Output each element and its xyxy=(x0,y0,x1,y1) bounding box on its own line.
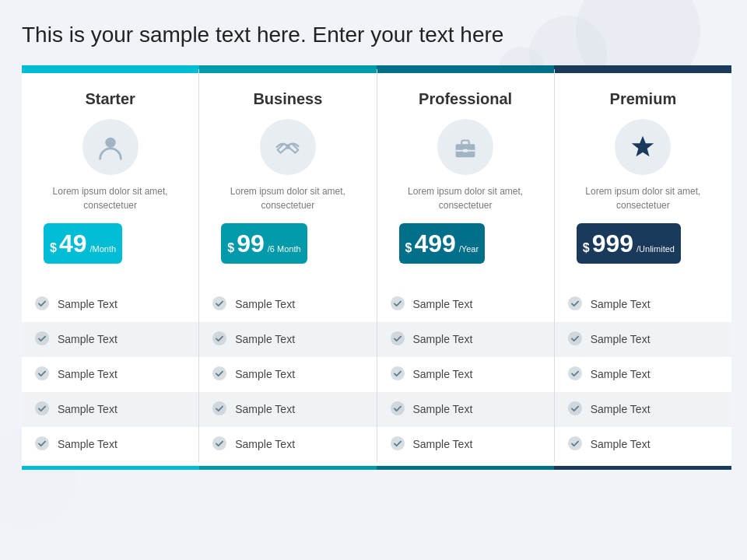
feature-text: Sample Text xyxy=(58,333,117,345)
check-icon xyxy=(212,366,227,383)
price-amount: 49 xyxy=(59,231,87,256)
plan-icon-starter xyxy=(82,119,139,175)
check-icon xyxy=(34,296,50,313)
price-symbol: $ xyxy=(50,241,57,255)
svg-point-21 xyxy=(568,296,582,310)
svg-point-15 xyxy=(390,296,404,310)
svg-point-19 xyxy=(390,436,404,450)
plan-desc-premium: Lorem ipsum dolor sit amet, consectetuer xyxy=(567,184,719,212)
price-period: /Year xyxy=(459,244,479,256)
svg-point-18 xyxy=(390,401,404,415)
check-icon xyxy=(567,366,583,383)
check-icon xyxy=(390,296,405,313)
feature-row: Sample Text xyxy=(22,427,198,462)
feature-row: Sample Text xyxy=(199,427,376,462)
feature-text: Sample Text xyxy=(235,333,295,345)
price-button-premium[interactable]: $999/Unlimited xyxy=(577,223,681,264)
svg-point-22 xyxy=(568,331,582,345)
plan-col-business: Business Lorem ipsum dolor sit amet, con… xyxy=(199,69,377,462)
bottom-bar-segment xyxy=(554,466,731,470)
feature-text: Sample Text xyxy=(413,333,473,345)
page-wrapper: This is your sample text here. Enter you… xyxy=(0,0,747,470)
svg-point-7 xyxy=(212,296,226,310)
plan-icon-professional xyxy=(437,119,493,175)
feature-text: Sample Text xyxy=(235,298,295,310)
plan-icon-premium xyxy=(615,119,671,175)
svg-point-5 xyxy=(35,436,49,450)
feature-text: Sample Text xyxy=(58,438,117,450)
price-button-starter[interactable]: $49/Month xyxy=(44,223,122,264)
svg-point-0 xyxy=(105,137,115,147)
pricing-table: Starter Lorem ipsum dolor sit amet, cons… xyxy=(22,65,731,470)
check-icon xyxy=(567,401,583,418)
feature-text: Sample Text xyxy=(58,298,117,310)
plan-name-business: Business xyxy=(212,90,363,108)
check-icon xyxy=(390,366,405,383)
plan-icon-business xyxy=(260,119,316,175)
feature-text: Sample Text xyxy=(591,333,651,345)
feature-text: Sample Text xyxy=(413,403,473,415)
svg-point-23 xyxy=(568,366,582,380)
feature-text: Sample Text xyxy=(591,403,651,415)
price-symbol: $ xyxy=(405,241,412,255)
feature-row: Sample Text xyxy=(377,392,554,427)
svg-point-3 xyxy=(35,366,49,380)
price-amount: 99 xyxy=(237,231,265,256)
check-icon xyxy=(212,436,227,453)
price-symbol: $ xyxy=(583,241,590,255)
svg-point-4 xyxy=(35,401,49,415)
svg-point-25 xyxy=(568,436,582,450)
feature-text: Sample Text xyxy=(591,368,651,380)
plan-desc-starter: Lorem ipsum dolor sit amet, consectetuer xyxy=(34,184,186,212)
svg-point-17 xyxy=(390,366,404,380)
plan-header-starter: Starter Lorem ipsum dolor sit amet, cons… xyxy=(22,69,198,287)
feature-row: Sample Text xyxy=(199,287,376,322)
feature-row: Sample Text xyxy=(377,287,554,322)
bottom-bar-segment xyxy=(22,466,199,470)
feature-row: Sample Text xyxy=(555,322,731,357)
svg-point-6 xyxy=(286,145,290,149)
check-icon xyxy=(34,401,50,418)
page-title: This is your sample text here. Enter you… xyxy=(22,22,731,48)
price-symbol: $ xyxy=(227,241,234,255)
check-icon xyxy=(212,296,227,313)
feature-text: Sample Text xyxy=(235,368,295,380)
bottom-bar-segment xyxy=(377,466,554,470)
check-icon xyxy=(34,366,50,383)
plan-desc-professional: Lorem ipsum dolor sit amet, consectetuer xyxy=(390,184,542,212)
check-icon xyxy=(34,436,50,453)
check-icon xyxy=(390,436,405,453)
feature-row: Sample Text xyxy=(22,357,198,392)
check-icon xyxy=(212,331,227,348)
plan-header-professional: Professional Lorem ipsum dolor sit amet,… xyxy=(377,69,554,287)
feature-text: Sample Text xyxy=(58,403,117,415)
feature-row: Sample Text xyxy=(22,392,198,427)
feature-row: Sample Text xyxy=(199,322,376,357)
plan-desc-business: Lorem ipsum dolor sit amet, consectetuer xyxy=(212,184,363,212)
check-icon xyxy=(212,401,227,418)
feature-row: Sample Text xyxy=(199,392,376,427)
feature-text: Sample Text xyxy=(591,298,651,310)
feature-text: Sample Text xyxy=(413,438,473,450)
feature-row: Sample Text xyxy=(22,287,198,322)
price-period: /Month xyxy=(90,244,117,256)
feature-row: Sample Text xyxy=(555,427,731,462)
plan-header-premium: Premium Lorem ipsum dolor sit amet, cons… xyxy=(555,69,731,287)
plan-col-professional: Professional Lorem ipsum dolor sit amet,… xyxy=(377,69,555,462)
feature-text: Sample Text xyxy=(235,403,295,415)
check-icon xyxy=(390,401,405,418)
price-button-business[interactable]: $99/6 Month xyxy=(221,223,307,264)
check-icon xyxy=(567,436,583,453)
plan-header-business: Business Lorem ipsum dolor sit amet, con… xyxy=(199,69,376,287)
check-icon xyxy=(390,331,405,348)
feature-text: Sample Text xyxy=(235,438,295,450)
feature-row: Sample Text xyxy=(555,392,731,427)
svg-rect-14 xyxy=(463,149,468,152)
pricing-grid: Starter Lorem ipsum dolor sit amet, cons… xyxy=(22,69,731,466)
svg-point-9 xyxy=(212,366,226,380)
price-button-professional[interactable]: $499/Year xyxy=(399,223,486,264)
svg-point-1 xyxy=(35,296,49,310)
svg-point-16 xyxy=(390,331,404,345)
feature-row: Sample Text xyxy=(199,357,376,392)
feature-text: Sample Text xyxy=(413,298,473,310)
